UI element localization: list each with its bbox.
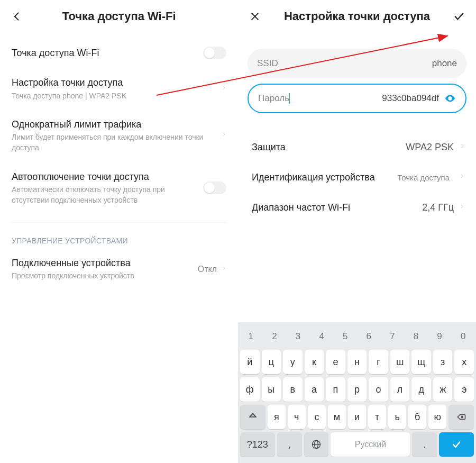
key-1[interactable]: 1 [240, 326, 262, 347]
row-wifi-band[interactable]: Диапазон частот Wi-Fi 2,4 ГГц [238, 193, 476, 223]
row-auto-off[interactable]: Автоотключение точки доступа Автоматичес… [0, 162, 238, 214]
key-letter[interactable]: м [328, 405, 346, 429]
key-letter[interactable]: ь [388, 405, 406, 429]
row-security[interactable]: Защита WPA2 PSK [238, 132, 476, 162]
field-label: SSID [257, 58, 278, 69]
key-letter[interactable]: о [369, 377, 388, 402]
chevron-right-icon [459, 142, 464, 153]
key-letter[interactable]: с [308, 405, 326, 429]
row-device-identification[interactable]: Идентификация устройства Точка доступа [238, 162, 476, 193]
confirm-button[interactable] [452, 9, 466, 24]
row-data-limit[interactable]: Однократный лимит трафика Лимит будет пр… [0, 110, 238, 161]
value: 2,4 ГГц [422, 202, 454, 213]
key-letter[interactable]: у [283, 350, 303, 374]
period-key[interactable]: . [412, 432, 437, 457]
key-letter[interactable]: г [369, 350, 388, 374]
key-7[interactable]: 7 [382, 326, 404, 347]
key-letter[interactable]: л [390, 377, 410, 402]
toggle-hotspot[interactable] [203, 47, 226, 59]
close-button[interactable] [248, 9, 262, 24]
subtitle: Лимит будет применяться при каждом включ… [12, 132, 216, 153]
toggle-autooff[interactable] [203, 181, 226, 194]
field-value: phone [278, 58, 457, 69]
back-button[interactable] [10, 9, 24, 24]
key-letter[interactable]: щ [411, 350, 431, 374]
key-letter[interactable]: н [347, 350, 367, 374]
key-letter[interactable]: п [326, 377, 345, 402]
key-8[interactable]: 8 [405, 326, 427, 347]
key-letter[interactable]: ы [262, 377, 281, 402]
divider [12, 222, 226, 223]
key-letter[interactable]: х [454, 350, 474, 374]
key-letter[interactable]: й [240, 350, 260, 374]
key-9[interactable]: 9 [429, 326, 451, 347]
key-3[interactable]: 3 [287, 326, 309, 347]
label: Подключенные устройства [12, 257, 193, 269]
key-letter[interactable]: б [408, 405, 426, 429]
password-input[interactable] [289, 93, 439, 104]
key-letter[interactable]: ч [288, 405, 306, 429]
section-device-mgmt: УПРАВЛЕНИЕ УСТРОЙСТВАМИ [0, 231, 238, 248]
key-letter[interactable]: к [305, 350, 324, 374]
key-2[interactable]: 2 [264, 326, 286, 347]
label: Защита [252, 142, 406, 153]
key-letter[interactable]: а [305, 377, 324, 402]
key-5[interactable]: 5 [334, 326, 356, 347]
chevron-right-icon [221, 264, 226, 275]
header-right: Настройка точки доступа [238, 0, 476, 33]
label: Точка доступа Wi-Fi [12, 47, 203, 59]
row-connected-devices[interactable]: Подключенные устройства Просмотр подключ… [0, 248, 238, 290]
eye-icon[interactable] [444, 93, 456, 104]
chevron-right-icon [221, 130, 226, 141]
row-hotspot-toggle[interactable]: Точка доступа Wi-Fi [0, 38, 238, 68]
header-left: Точка доступа Wi-Fi [0, 0, 238, 33]
key-letter[interactable]: ш [390, 350, 410, 374]
label: Однократный лимит трафика [12, 118, 216, 131]
shift-key[interactable] [240, 405, 266, 429]
enter-key[interactable] [439, 432, 474, 457]
page-title-right: Настройка точки доступа [262, 10, 452, 23]
key-6[interactable]: 6 [358, 326, 380, 347]
space-key[interactable]: Русский [331, 432, 410, 457]
label: Автоотключение точки доступа [12, 170, 203, 183]
password-field[interactable]: Пароль [248, 84, 466, 113]
settings-hotspot-screen: Точка доступа Wi-Fi Точка доступа Wi-Fi … [0, 0, 238, 463]
key-letter[interactable]: и [348, 405, 366, 429]
key-letter[interactable]: ц [262, 350, 281, 374]
value: Откл [198, 265, 217, 274]
subtitle: Автоматически отключать точку доступа пр… [12, 185, 203, 205]
key-letter[interactable]: ф [240, 377, 260, 402]
subtitle: Просмотр подключенных устройств [12, 271, 193, 282]
key-letter[interactable]: е [326, 350, 345, 374]
key-letter[interactable]: р [347, 377, 367, 402]
backspace-key[interactable] [448, 405, 474, 429]
label: Настройка точки доступа [12, 76, 216, 89]
key-4[interactable]: 4 [311, 326, 333, 347]
symbols-key[interactable]: ?123 [240, 432, 275, 457]
hotspot-config-screen: Настройка точки доступа SSID phone Парол… [238, 0, 476, 463]
key-letter[interactable]: д [411, 377, 431, 402]
key-letter[interactable]: ж [433, 377, 453, 402]
key-0[interactable]: 0 [452, 326, 474, 347]
chevron-right-icon [459, 172, 464, 183]
svg-point-2 [449, 97, 451, 99]
key-letter[interactable]: т [368, 405, 386, 429]
key-letter[interactable]: я [268, 405, 286, 429]
soft-keyboard: 1234567890 йцукенгшщзх фывапролджэ ячсми… [238, 322, 476, 463]
globe-key[interactable] [304, 432, 329, 457]
subtitle: Точка доступа phone | WPA2 PSK [12, 91, 216, 102]
value: Точка доступа [397, 173, 450, 182]
key-letter[interactable]: в [283, 377, 303, 402]
field-label: Пароль [258, 93, 289, 104]
key-letter[interactable]: ю [428, 405, 446, 429]
key-letter[interactable]: э [454, 377, 474, 402]
label: Диапазон частот Wi-Fi [252, 202, 422, 213]
chevron-right-icon [459, 202, 464, 213]
row-configure-hotspot[interactable]: Настройка точки доступа Точка доступа ph… [0, 68, 238, 110]
page-title-left: Точка доступа Wi-Fi [24, 10, 214, 23]
value: WPA2 PSK [406, 142, 454, 153]
key-letter[interactable]: з [433, 350, 453, 374]
ssid-field[interactable]: SSID phone [248, 49, 466, 78]
comma-key[interactable]: , [277, 432, 302, 457]
chevron-right-icon [221, 84, 226, 94]
